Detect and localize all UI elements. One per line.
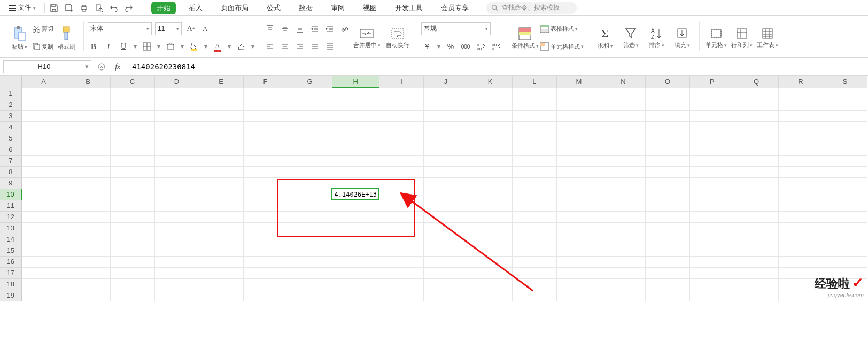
col-header-H[interactable]: H [332, 76, 379, 88]
cell-A15[interactable] [21, 245, 66, 256]
cell-O15[interactable] [645, 245, 689, 256]
align-middle-icon[interactable] [279, 23, 291, 35]
orientation-icon[interactable]: ab [339, 23, 351, 35]
cell-J11[interactable] [423, 200, 468, 211]
cell-Q16[interactable] [734, 256, 778, 267]
cell-A16[interactable] [21, 256, 66, 267]
cell-B13[interactable] [66, 222, 110, 234]
cell-L3[interactable] [512, 110, 556, 121]
cell-Q17[interactable] [734, 267, 778, 278]
cell-F16[interactable] [243, 256, 288, 267]
cell-D13[interactable] [154, 222, 199, 234]
worksheet-button[interactable]: 工作表▾ [755, 19, 780, 56]
undo-icon[interactable] [109, 3, 119, 13]
row-header-15[interactable]: 15 [0, 245, 21, 256]
cell-L12[interactable] [512, 211, 556, 222]
cell-J3[interactable] [423, 110, 468, 121]
cell-I12[interactable] [379, 211, 423, 222]
cell-G2[interactable] [288, 99, 332, 110]
cell-S7[interactable] [823, 155, 867, 166]
cell-F13[interactable] [243, 222, 288, 234]
cell-D16[interactable] [154, 256, 199, 267]
save-as-icon[interactable] [64, 3, 74, 13]
cell-style-button[interactable]: 单元格样式▾ [540, 39, 584, 54]
fill-shape-icon[interactable] [165, 41, 176, 52]
cell-S2[interactable] [823, 99, 867, 110]
italic-icon[interactable]: I [103, 41, 114, 52]
font-size-select[interactable]: 11▾ [155, 22, 182, 35]
cell-O19[interactable] [645, 290, 689, 301]
cell-M19[interactable] [556, 290, 601, 301]
cell-S12[interactable] [823, 211, 867, 222]
cell-H4[interactable] [332, 121, 379, 133]
cell-C1[interactable] [110, 88, 154, 99]
cell-J12[interactable] [423, 211, 468, 222]
tab-数据[interactable]: 数据 [293, 2, 318, 14]
cell-H17[interactable] [332, 267, 379, 278]
cell-A8[interactable] [21, 166, 66, 177]
comma-icon[interactable]: 000 [460, 41, 471, 52]
col-header-I[interactable]: I [379, 76, 423, 88]
cell-O10[interactable] [645, 189, 689, 200]
cell-M15[interactable] [556, 245, 601, 256]
cell-P13[interactable] [689, 222, 734, 234]
cell-E1[interactable] [199, 88, 243, 99]
tab-开发工具[interactable]: 开发工具 [390, 2, 428, 14]
cell-K10[interactable] [468, 189, 512, 200]
cell-K15[interactable] [468, 245, 512, 256]
cell-M16[interactable] [556, 256, 601, 267]
cell-A18[interactable] [21, 278, 66, 290]
conditional-format-button[interactable]: 条件格式▾ [510, 19, 540, 56]
cell-P2[interactable] [689, 99, 734, 110]
cell-M14[interactable] [556, 234, 601, 245]
cell-I5[interactable] [379, 133, 423, 144]
cell-C7[interactable] [110, 155, 154, 166]
cell-M13[interactable] [556, 222, 601, 234]
cell-N14[interactable] [601, 234, 645, 245]
cell-G5[interactable] [288, 133, 332, 144]
cell-C4[interactable] [110, 121, 154, 133]
cell-K9[interactable] [468, 177, 512, 189]
cell-K19[interactable] [468, 290, 512, 301]
cell-N15[interactable] [601, 245, 645, 256]
cell-A2[interactable] [21, 99, 66, 110]
cell-S6[interactable] [823, 144, 867, 155]
cell-E11[interactable] [199, 200, 243, 211]
cell-B19[interactable] [66, 290, 110, 301]
distribute-icon[interactable] [324, 41, 336, 52]
decrease-decimal-icon[interactable]: .00.0 [490, 41, 501, 52]
row-header-6[interactable]: 6 [0, 144, 21, 155]
cell-P16[interactable] [689, 256, 734, 267]
cell-B11[interactable] [66, 200, 110, 211]
decrease-font-icon[interactable]: A- [200, 23, 212, 35]
cell-J4[interactable] [423, 121, 468, 133]
cell-A17[interactable] [21, 267, 66, 278]
cell-Q6[interactable] [734, 144, 778, 155]
cell-H6[interactable] [332, 144, 379, 155]
cell-G7[interactable] [288, 155, 332, 166]
cell-K12[interactable] [468, 211, 512, 222]
cell-N4[interactable] [601, 121, 645, 133]
cell-F10[interactable] [243, 189, 288, 200]
cell-J5[interactable] [423, 133, 468, 144]
increase-font-icon[interactable]: A+ [185, 23, 197, 35]
cell-N6[interactable] [601, 144, 645, 155]
row-header-1[interactable]: 1 [0, 88, 21, 99]
align-left-icon[interactable] [264, 41, 276, 52]
row-header-5[interactable]: 5 [0, 133, 21, 144]
cell-M1[interactable] [556, 88, 601, 99]
col-header-A[interactable]: A [21, 76, 66, 88]
cell-M5[interactable] [556, 133, 601, 144]
cell-S14[interactable] [823, 234, 867, 245]
cell-E4[interactable] [199, 121, 243, 133]
col-header-J[interactable]: J [423, 76, 468, 88]
cell-B5[interactable] [66, 133, 110, 144]
cell-P7[interactable] [689, 155, 734, 166]
cell-Q15[interactable] [734, 245, 778, 256]
cell-A4[interactable] [21, 121, 66, 133]
cell-R11[interactable] [778, 200, 823, 211]
cell-G19[interactable] [288, 290, 332, 301]
col-header-Q[interactable]: Q [734, 76, 778, 88]
tab-开始[interactable]: 开始 [151, 2, 176, 14]
col-header-S[interactable]: S [823, 76, 867, 88]
